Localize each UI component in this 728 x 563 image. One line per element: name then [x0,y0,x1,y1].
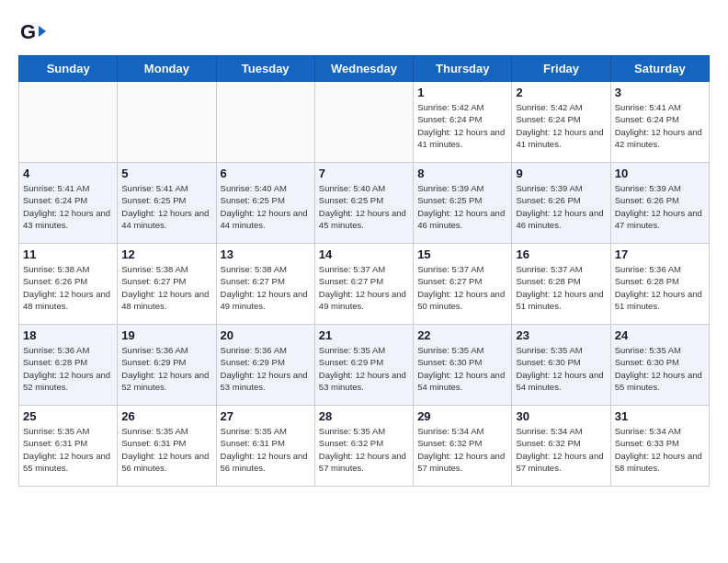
day-header-sunday: Sunday [19,56,118,82]
day-number: 24 [615,328,705,342]
day-number: 16 [516,247,606,261]
day-info: Sunrise: 5:37 AMSunset: 6:28 PMDaylight:… [516,263,606,312]
day-info: Sunrise: 5:36 AMSunset: 6:28 PMDaylight:… [23,344,113,393]
calendar-day-cell: 14Sunrise: 5:37 AMSunset: 6:27 PMDayligh… [314,244,413,325]
calendar-day-cell: 19Sunrise: 5:36 AMSunset: 6:29 PMDayligh… [118,325,216,406]
calendar-day-cell: 15Sunrise: 5:37 AMSunset: 6:27 PMDayligh… [414,244,512,325]
day-number: 11 [23,247,113,261]
calendar-week-row: 11Sunrise: 5:38 AMSunset: 6:26 PMDayligh… [19,244,710,325]
day-number: 20 [221,328,311,342]
day-number: 10 [615,167,705,180]
calendar-day-cell: 27Sunrise: 5:35 AMSunset: 6:31 PMDayligh… [216,406,314,487]
calendar-day-cell: 13Sunrise: 5:38 AMSunset: 6:27 PMDayligh… [216,244,314,325]
day-info: Sunrise: 5:36 AMSunset: 6:28 PMDaylight:… [615,263,705,312]
day-info: Sunrise: 5:39 AMSunset: 6:25 PMDaylight:… [417,182,507,231]
day-info: Sunrise: 5:34 AMSunset: 6:33 PMDaylight:… [615,425,705,474]
day-number: 26 [121,409,211,423]
day-info: Sunrise: 5:35 AMSunset: 6:31 PMDaylight:… [121,425,211,474]
day-header-saturday: Saturday [610,56,709,82]
day-info: Sunrise: 5:39 AMSunset: 6:26 PMDaylight:… [615,182,705,231]
calendar-day-cell [19,82,118,163]
calendar-week-row: 1Sunrise: 5:42 AMSunset: 6:24 PMDaylight… [19,82,710,163]
calendar-header-row: SundayMondayTuesdayWednesdayThursdayFrid… [19,56,710,82]
calendar-day-cell: 30Sunrise: 5:34 AMSunset: 6:32 PMDayligh… [512,406,610,487]
day-header-wednesday: Wednesday [314,56,413,82]
day-number: 3 [615,86,705,99]
day-number: 30 [516,409,606,423]
calendar-day-cell [216,82,314,163]
day-number: 8 [417,167,507,180]
day-info: Sunrise: 5:35 AMSunset: 6:29 PMDaylight:… [319,344,409,393]
day-number: 17 [615,247,705,261]
calendar: SundayMondayTuesdayWednesdayThursdayFrid… [18,55,710,487]
day-number: 1 [417,86,507,99]
day-number: 19 [121,328,211,342]
day-info: Sunrise: 5:35 AMSunset: 6:32 PMDaylight:… [319,425,409,474]
day-number: 23 [516,328,606,342]
calendar-day-cell: 23Sunrise: 5:35 AMSunset: 6:30 PMDayligh… [512,325,610,406]
day-info: Sunrise: 5:42 AMSunset: 6:24 PMDaylight:… [516,101,606,150]
day-info: Sunrise: 5:37 AMSunset: 6:27 PMDaylight:… [417,263,507,312]
day-header-tuesday: Tuesday [216,56,314,82]
calendar-day-cell: 31Sunrise: 5:34 AMSunset: 6:33 PMDayligh… [610,406,709,487]
day-number: 29 [417,409,507,423]
day-number: 31 [615,409,705,423]
day-info: Sunrise: 5:41 AMSunset: 6:25 PMDaylight:… [121,182,211,231]
day-number: 9 [516,167,606,180]
calendar-day-cell: 3Sunrise: 5:41 AMSunset: 6:24 PMDaylight… [610,82,709,163]
day-info: Sunrise: 5:36 AMSunset: 6:29 PMDaylight:… [221,344,311,393]
day-info: Sunrise: 5:38 AMSunset: 6:27 PMDaylight:… [221,263,311,312]
day-number: 25 [23,409,113,423]
day-info: Sunrise: 5:35 AMSunset: 6:31 PMDaylight:… [221,425,311,474]
day-info: Sunrise: 5:40 AMSunset: 6:25 PMDaylight:… [319,182,409,231]
day-header-monday: Monday [118,56,216,82]
day-header-friday: Friday [512,56,610,82]
day-number: 12 [121,247,211,261]
day-info: Sunrise: 5:39 AMSunset: 6:26 PMDaylight:… [516,182,606,231]
day-number: 13 [221,247,311,261]
calendar-day-cell: 20Sunrise: 5:36 AMSunset: 6:29 PMDayligh… [216,325,314,406]
calendar-week-row: 18Sunrise: 5:36 AMSunset: 6:28 PMDayligh… [19,325,710,406]
calendar-day-cell: 7Sunrise: 5:40 AMSunset: 6:25 PMDaylight… [314,163,413,244]
day-info: Sunrise: 5:35 AMSunset: 6:30 PMDaylight:… [516,344,606,393]
day-number: 14 [319,247,409,261]
day-info: Sunrise: 5:38 AMSunset: 6:27 PMDaylight:… [121,263,211,312]
calendar-day-cell: 16Sunrise: 5:37 AMSunset: 6:28 PMDayligh… [512,244,610,325]
calendar-day-cell: 9Sunrise: 5:39 AMSunset: 6:26 PMDaylight… [512,163,610,244]
calendar-day-cell: 11Sunrise: 5:38 AMSunset: 6:26 PMDayligh… [19,244,118,325]
calendar-week-row: 25Sunrise: 5:35 AMSunset: 6:31 PMDayligh… [19,406,710,487]
calendar-day-cell: 17Sunrise: 5:36 AMSunset: 6:28 PMDayligh… [610,244,709,325]
calendar-day-cell: 12Sunrise: 5:38 AMSunset: 6:27 PMDayligh… [118,244,216,325]
calendar-day-cell: 6Sunrise: 5:40 AMSunset: 6:25 PMDaylight… [216,163,314,244]
calendar-day-cell [314,82,413,163]
calendar-day-cell: 25Sunrise: 5:35 AMSunset: 6:31 PMDayligh… [19,406,118,487]
day-info: Sunrise: 5:38 AMSunset: 6:26 PMDaylight:… [23,263,113,312]
calendar-day-cell: 24Sunrise: 5:35 AMSunset: 6:30 PMDayligh… [610,325,709,406]
logo: G [18,18,50,46]
day-number: 22 [417,328,507,342]
calendar-day-cell: 10Sunrise: 5:39 AMSunset: 6:26 PMDayligh… [610,163,709,244]
calendar-day-cell: 28Sunrise: 5:35 AMSunset: 6:32 PMDayligh… [314,406,413,487]
calendar-day-cell: 8Sunrise: 5:39 AMSunset: 6:25 PMDaylight… [414,163,512,244]
calendar-day-cell: 29Sunrise: 5:34 AMSunset: 6:32 PMDayligh… [414,406,512,487]
calendar-day-cell: 26Sunrise: 5:35 AMSunset: 6:31 PMDayligh… [118,406,216,487]
day-info: Sunrise: 5:34 AMSunset: 6:32 PMDaylight:… [417,425,507,474]
calendar-day-cell [118,82,216,163]
day-number: 2 [516,86,606,99]
day-info: Sunrise: 5:36 AMSunset: 6:29 PMDaylight:… [121,344,211,393]
day-info: Sunrise: 5:35 AMSunset: 6:30 PMDaylight:… [417,344,507,393]
day-number: 4 [23,167,113,180]
calendar-day-cell: 4Sunrise: 5:41 AMSunset: 6:24 PMDaylight… [19,163,118,244]
calendar-week-row: 4Sunrise: 5:41 AMSunset: 6:24 PMDaylight… [19,163,710,244]
day-info: Sunrise: 5:35 AMSunset: 6:30 PMDaylight:… [615,344,705,393]
day-info: Sunrise: 5:37 AMSunset: 6:27 PMDaylight:… [319,263,409,312]
day-info: Sunrise: 5:40 AMSunset: 6:25 PMDaylight:… [221,182,311,231]
logo-icon: G [18,18,46,46]
day-number: 6 [221,167,311,180]
day-info: Sunrise: 5:34 AMSunset: 6:32 PMDaylight:… [516,425,606,474]
calendar-day-cell: 5Sunrise: 5:41 AMSunset: 6:25 PMDaylight… [118,163,216,244]
day-header-thursday: Thursday [414,56,512,82]
day-info: Sunrise: 5:35 AMSunset: 6:31 PMDaylight:… [23,425,113,474]
day-number: 27 [221,409,311,423]
calendar-day-cell: 22Sunrise: 5:35 AMSunset: 6:30 PMDayligh… [414,325,512,406]
